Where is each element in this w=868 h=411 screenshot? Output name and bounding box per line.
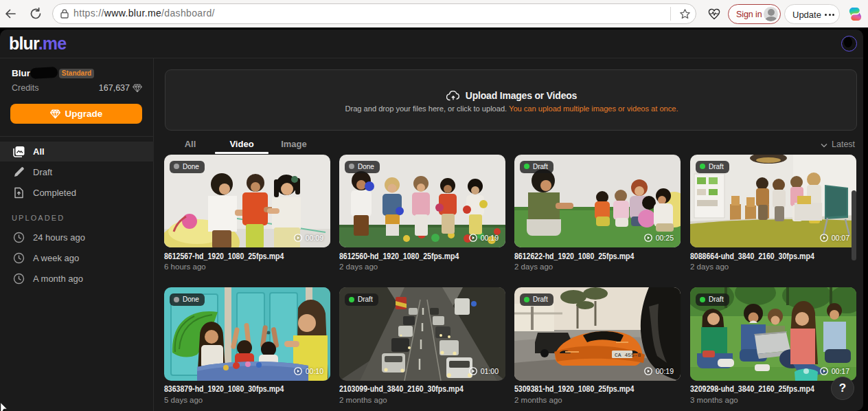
svg-text:CA 455-8: CA 455-8: [615, 352, 641, 358]
